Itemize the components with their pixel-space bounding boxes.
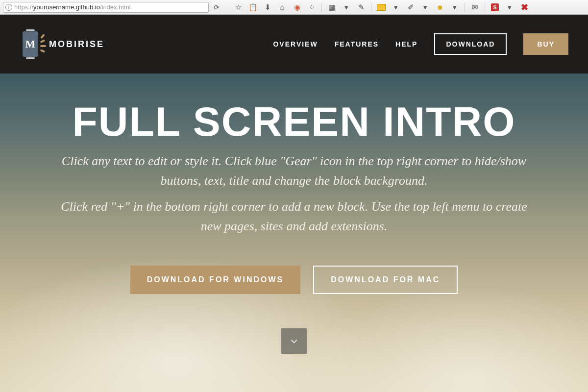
site-info-icon[interactable]: i: [5, 4, 12, 11]
browser-extension-icons: ☆ 📋 ⬇ ⌂ ◉ ⁘ ▦ ▾ ✎ ▾ ✐ ▾ ☻ ▾ ✉ S ▾ ✖: [224, 2, 529, 12]
url-host: yourusername.github.io: [33, 3, 100, 11]
hero-section: FULL SCREEN INTRO Click any text to edit…: [0, 74, 588, 392]
eyedropper-icon[interactable]: ✐: [406, 2, 416, 12]
chevron-down-icon: [289, 336, 299, 346]
colored-dots-icon[interactable]: ⁘: [307, 2, 317, 12]
brand-name: MOBIRISE: [49, 39, 104, 49]
download-button[interactable]: DOWNLOAD: [434, 33, 507, 55]
brush-icon[interactable]: ✎: [356, 2, 366, 12]
scroll-down-button[interactable]: [281, 328, 307, 354]
url-bar[interactable]: i https://yourusername.github.io/index.h…: [3, 2, 209, 13]
duckduckgo-icon[interactable]: ◉: [292, 2, 302, 12]
dropdown-caret-icon[interactable]: ▾: [505, 2, 514, 12]
download-mac-button[interactable]: DOWNLOAD FOR MAC: [313, 266, 458, 294]
url-scheme: https://: [14, 3, 33, 11]
bookmark-star-icon[interactable]: ☆: [233, 2, 243, 12]
toolbar-separator: [485, 3, 485, 12]
logo-icon: M: [20, 30, 41, 58]
s-extension-icon[interactable]: S: [490, 2, 500, 12]
dropdown-caret-icon[interactable]: ▾: [391, 2, 401, 12]
clipboard-icon[interactable]: 📋: [248, 2, 258, 12]
hero-buttons: DOWNLOAD FOR WINDOWS DOWNLOAD FOR MAC: [130, 266, 458, 294]
chat-icon[interactable]: ✉: [470, 2, 480, 12]
highlight-box-icon[interactable]: [376, 2, 386, 12]
browser-toolbar: i https://yourusername.github.io/index.h…: [0, 0, 588, 15]
reload-button[interactable]: ⟳: [211, 2, 222, 13]
dropdown-caret-icon[interactable]: ▾: [420, 2, 430, 12]
toolbar-separator: [371, 3, 371, 12]
hero-paragraph-2[interactable]: Click red "+" in the bottom right corner…: [54, 197, 534, 237]
download-arrow-icon[interactable]: ⬇: [263, 2, 272, 12]
toolbar-separator: [465, 3, 465, 12]
toolbar-separator: [321, 3, 322, 12]
archive-icon[interactable]: ▦: [327, 2, 337, 12]
buy-button[interactable]: BUY: [523, 33, 568, 55]
nav-overview[interactable]: OVERVIEW: [273, 40, 318, 48]
home-icon[interactable]: ⌂: [277, 2, 287, 12]
download-windows-button[interactable]: DOWNLOAD FOR WINDOWS: [130, 266, 301, 294]
url-text[interactable]: https://yourusername.github.io/index.htm…: [14, 3, 206, 11]
dropdown-caret-icon[interactable]: ▾: [342, 2, 351, 12]
x-extension-icon[interactable]: ✖: [519, 2, 529, 12]
site-header: M MOBIRISE OVERVIEW FEATURES HELP DOWNLO…: [0, 15, 588, 74]
nav-features[interactable]: FEATURES: [335, 40, 379, 48]
main-nav: OVERVIEW FEATURES HELP DOWNLOAD BUY: [273, 33, 568, 55]
dropdown-caret-icon[interactable]: ▾: [450, 2, 460, 12]
nav-help[interactable]: HELP: [395, 40, 417, 48]
brand[interactable]: M MOBIRISE: [20, 30, 104, 58]
hero-title[interactable]: FULL SCREEN INTRO: [72, 98, 515, 146]
url-path: /index.html: [100, 3, 131, 11]
smiley-icon[interactable]: ☻: [435, 2, 445, 12]
hero-paragraph-1[interactable]: Click any text to edit or style it. Clic…: [54, 151, 534, 191]
